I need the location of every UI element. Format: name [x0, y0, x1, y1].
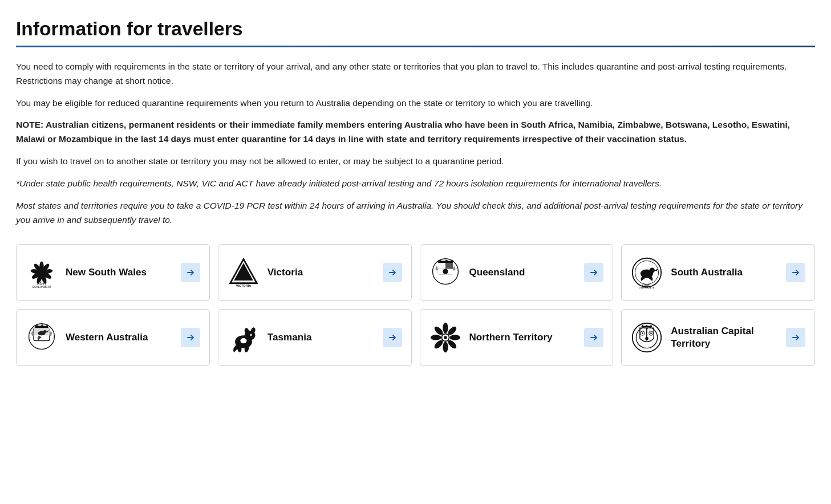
card-nt[interactable]: Northern Territory — [420, 309, 614, 366]
act-name: Australian Capital Territory — [671, 325, 778, 351]
svg-rect-23 — [445, 263, 453, 269]
svg-point-71 — [642, 332, 643, 334]
svg-point-68 — [645, 337, 648, 340]
svg-point-50 — [443, 323, 448, 334]
intro-paragraph-1: You need to comply with requirements in … — [16, 60, 815, 88]
svg-marker-65 — [650, 325, 652, 326]
act-logo — [631, 322, 663, 353]
svg-marker-19 — [444, 260, 448, 261]
svg-text:AUSTRALIA: AUSTRALIA — [639, 287, 655, 288]
wa-logo — [26, 322, 58, 353]
tas-name: Tasmania — [267, 331, 375, 344]
svg-point-54 — [443, 342, 448, 353]
tas-logo — [228, 322, 260, 353]
sa-arrow-button[interactable] — [786, 263, 805, 282]
svg-point-56 — [430, 335, 441, 340]
card-qld[interactable]: Queensland — [420, 244, 614, 301]
vic-logo: VICTORIA GOVERNMENT — [228, 257, 260, 288]
svg-text:VICTORIA: VICTORIA — [236, 284, 251, 288]
svg-marker-64 — [646, 325, 648, 326]
svg-point-59 — [444, 336, 447, 340]
card-sa[interactable]: SOUTH AUSTRALIA South Australia — [621, 244, 815, 301]
nt-name: Northern Territory — [469, 331, 577, 344]
svg-marker-35 — [40, 324, 44, 326]
wa-arrow-button[interactable] — [181, 328, 200, 347]
divider — [16, 46, 815, 47]
svg-rect-17 — [437, 261, 452, 263]
health-requirements-paragraph: *Under state public health requirements,… — [16, 177, 815, 191]
svg-text:GOVERNMENT: GOVERNMENT — [32, 286, 51, 288]
card-vic[interactable]: VICTORIA GOVERNMENT Victoria — [218, 244, 412, 301]
note-paragraph: NOTE: Australian citizens, permanent res… — [16, 118, 815, 147]
tas-arrow-button[interactable] — [383, 328, 402, 347]
vic-arrow-button[interactable] — [383, 263, 402, 282]
card-act[interactable]: Australian Capital Territory — [621, 309, 815, 366]
card-wa[interactable]: Western Australia — [16, 309, 210, 366]
card-tas[interactable]: Tasmania — [218, 309, 412, 366]
svg-point-72 — [650, 332, 652, 334]
sa-logo: SOUTH AUSTRALIA — [631, 257, 663, 288]
intro-paragraph-2: You may be eligible for reduced quaranti… — [16, 96, 815, 111]
svg-point-9 — [38, 269, 45, 277]
vic-name: Victoria — [267, 266, 375, 279]
pcr-test-paragraph: Most states and territories require you … — [16, 199, 815, 227]
svg-rect-22 — [437, 263, 445, 269]
page-title: Information for travellers — [16, 18, 815, 40]
sa-name: South Australia — [671, 266, 778, 279]
svg-rect-62 — [642, 326, 652, 328]
svg-marker-63 — [642, 325, 644, 326]
svg-point-46 — [250, 335, 252, 336]
nsw-name: New South Wales — [66, 266, 173, 279]
act-arrow-button[interactable] — [786, 328, 805, 347]
travel-paragraph: If you wish to travel on to another stat… — [16, 155, 815, 169]
svg-point-52 — [449, 335, 460, 340]
nsw-logo: NSW GOVERNMENT — [26, 257, 58, 288]
qld-logo — [429, 257, 461, 288]
wa-name: Western Australia — [66, 331, 173, 344]
state-cards-grid: NSW GOVERNMENT New South Wales VICTORIA … — [16, 244, 815, 366]
qld-arrow-button[interactable] — [584, 263, 603, 282]
svg-point-44 — [240, 338, 246, 343]
nsw-arrow-button[interactable] — [181, 263, 200, 282]
svg-text:NSW: NSW — [37, 281, 47, 286]
svg-point-25 — [443, 269, 448, 274]
nt-arrow-button[interactable] — [584, 328, 603, 347]
nt-logo — [429, 322, 461, 353]
qld-name: Queensland — [469, 266, 577, 279]
svg-point-29 — [650, 268, 655, 273]
card-nsw[interactable]: NSW GOVERNMENT New South Wales — [16, 244, 210, 301]
svg-text:GOVERNMENT: GOVERNMENT — [235, 288, 252, 288]
